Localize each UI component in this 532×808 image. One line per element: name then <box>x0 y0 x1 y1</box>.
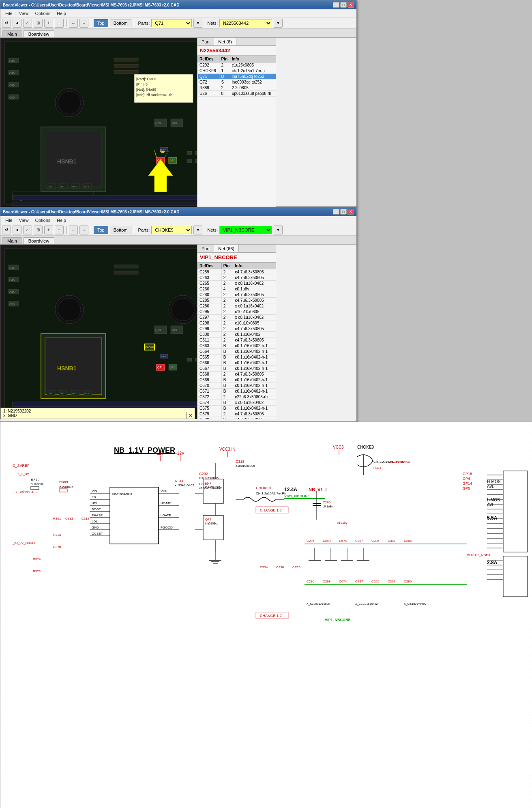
toolbar-zoomout-2[interactable]: − <box>55 226 64 234</box>
toolbar-prev-2[interactable]: ← <box>69 226 78 234</box>
toolbar-zoomin-2[interactable]: + <box>44 226 53 234</box>
table-row: c0.1u16x0402-h-1 <box>233 406 276 411</box>
close-status-btn[interactable]: ✕ <box>186 412 195 419</box>
toolbar-next-1[interactable]: → <box>79 19 88 28</box>
bottom-btn-1[interactable]: Bottom <box>110 19 131 27</box>
top-btn-1[interactable]: Top <box>94 19 108 27</box>
tab-main-1[interactable]: Main <box>2 30 22 37</box>
toolbar-zoomin-1[interactable]: + <box>44 19 53 28</box>
table-row[interactable]: CHOKE9 <box>198 68 219 74</box>
table-row[interactable]: C574 <box>198 400 222 406</box>
toolbar-home-2[interactable]: ⌂ <box>23 226 32 234</box>
nets-select-2[interactable]: VIP1_NBCORE <box>219 226 272 234</box>
table-row[interactable]: U26 <box>198 91 219 97</box>
table-row[interactable]: C663 <box>198 343 222 349</box>
table-row[interactable]: C259 <box>198 269 222 275</box>
table-row[interactable]: Q71 <box>198 74 219 80</box>
table-row: B <box>221 349 233 355</box>
svg-text:C298: C298 <box>323 580 331 583</box>
table-row[interactable]: C311 <box>198 337 222 343</box>
tab-bar-2: Main Boardview <box>0 236 356 245</box>
toolbar-zoomout-1[interactable]: − <box>55 19 64 28</box>
toolbar-next-2[interactable]: → <box>79 226 88 234</box>
nets-select-1[interactable]: N225563442 <box>219 19 272 27</box>
menu-view-1[interactable]: View <box>16 10 32 17</box>
table-row[interactable]: C664 <box>198 349 222 355</box>
maximize-btn-2[interactable]: □ <box>340 209 347 215</box>
bottom-btn-2[interactable]: Bottom <box>110 226 131 234</box>
table-row: B <box>221 366 233 372</box>
parts-dropdown-1[interactable]: ▼ <box>193 19 202 28</box>
maximize-btn-1[interactable]: □ <box>340 2 347 8</box>
nets-dropdown-1[interactable]: ▼ <box>274 19 283 28</box>
menu-options-2[interactable]: Options <box>32 217 54 223</box>
table-row: 2 <box>221 337 233 343</box>
toolbar-refresh-1[interactable]: ↺ <box>2 19 11 28</box>
close-btn-1[interactable]: ✕ <box>348 2 354 8</box>
table-row[interactable]: C298 <box>198 320 222 326</box>
board-area-2[interactable]: HSNB1 C45 C46 C49 C56 JPWR1 Q38 Q40 CHOK… <box>0 245 276 419</box>
parts-select-2[interactable]: CHOKE9 <box>151 226 192 234</box>
panel-tab-part-2[interactable]: Part <box>197 245 214 252</box>
minimize-btn-2[interactable]: ─ <box>333 209 339 215</box>
menu-help-1[interactable]: Help <box>54 10 69 17</box>
schematic-window: NB_1.1V_POWER +12V +12V VCC3.IN VCC3 CHO… <box>0 422 532 808</box>
top-btn-2[interactable]: Top <box>94 226 108 234</box>
table-row[interactable]: C280 <box>198 292 222 298</box>
table-row[interactable]: C299 <box>198 326 222 332</box>
title-bar-2: BoardViewer - C:\Users\User\Desktop\Boar… <box>0 207 356 216</box>
table-row[interactable]: C263 <box>198 275 222 281</box>
table-row[interactable]: C668 <box>198 372 222 377</box>
table-row[interactable]: C579 <box>198 411 222 417</box>
table-row[interactable]: C266 <box>198 286 222 292</box>
table-row[interactable]: C292 <box>198 62 219 68</box>
svg-text:Q71: Q71 <box>205 481 212 485</box>
window2-title: BoardViewer - C:\Users\User\Desktop\Boar… <box>3 210 179 214</box>
toolbar-refresh-2[interactable]: ↺ <box>2 226 11 234</box>
board-area-1[interactable]: C45 C46 C49 C56 HSNB1 Q38 Q40 JPWR1 <box>0 38 276 208</box>
toolbar-prev-1[interactable]: ← <box>69 19 78 28</box>
table-row: c0.1u16x0402-h-1 <box>233 377 276 383</box>
svg-text:UDL: UDL <box>92 501 99 505</box>
table-row[interactable]: C572 <box>198 394 222 400</box>
panel-tab-part-1[interactable]: Part <box>197 38 214 45</box>
toolbar-home-1[interactable]: ⌂ <box>23 19 32 28</box>
parts-dropdown-2[interactable]: ▼ <box>193 226 202 234</box>
table-row: 2 <box>221 332 233 337</box>
table-row[interactable]: R389 <box>198 85 219 91</box>
table-row[interactable]: C669 <box>198 377 222 383</box>
tab-boardview-1[interactable]: Boardview <box>23 30 54 37</box>
menu-view-2[interactable]: View <box>16 217 32 223</box>
table-row[interactable]: C667 <box>198 366 222 372</box>
close-btn-2[interactable]: ✕ <box>348 209 354 215</box>
menu-file-1[interactable]: File <box>2 10 16 17</box>
svg-text:VIN: VIN <box>92 489 97 493</box>
parts-select-1[interactable]: Q71 <box>151 19 192 27</box>
menu-file-2[interactable]: File <box>2 217 16 223</box>
table-row[interactable]: C670 <box>198 383 222 389</box>
toolbar-fit-2[interactable]: ⊞ <box>34 226 43 234</box>
minimize-btn-1[interactable]: ─ <box>333 2 339 8</box>
table-row[interactable]: Q72 <box>198 80 219 85</box>
toolbar-fit-1[interactable]: ⊞ <box>34 19 43 28</box>
table-row[interactable]: C666 <box>198 360 222 366</box>
table-row[interactable]: C297 <box>198 315 222 320</box>
table-row[interactable]: C671 <box>198 389 222 394</box>
table-row[interactable]: C580 <box>198 417 222 419</box>
table-row[interactable]: C675 <box>198 406 222 411</box>
toolbar-back-1[interactable]: ◄ <box>13 19 21 28</box>
tab-main-2[interactable]: Main <box>2 237 22 244</box>
toolbar-back-2[interactable]: ◄ <box>13 226 21 234</box>
table-row[interactable]: C295 <box>198 309 222 315</box>
table-row[interactable]: C265 <box>198 281 222 286</box>
nets-dropdown-2[interactable]: ▼ <box>274 226 283 234</box>
panel-tab-net-2[interactable]: Net (66) <box>214 245 239 252</box>
menu-help-2[interactable]: Help <box>54 217 69 223</box>
table-row[interactable]: C665 <box>198 355 222 360</box>
tab-boardview-2[interactable]: Boardview <box>23 237 54 244</box>
menu-options-1[interactable]: Options <box>32 10 54 17</box>
table-row[interactable]: C300 <box>198 332 222 337</box>
table-row[interactable]: C285 <box>198 298 222 303</box>
panel-tab-net-1[interactable]: Net (6) <box>214 38 236 45</box>
table-row[interactable]: C286 <box>198 303 222 309</box>
